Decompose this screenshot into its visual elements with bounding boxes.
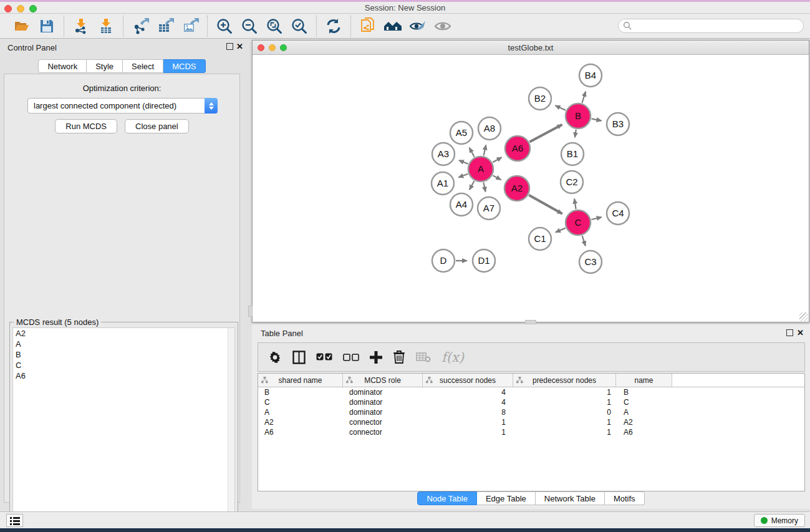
- show-task-history-button[interactable]: [6, 514, 23, 527]
- delete-columns-button[interactable]: [393, 350, 405, 364]
- resize-grip-icon[interactable]: [799, 312, 808, 321]
- create-column-button[interactable]: [370, 351, 382, 364]
- run-mcds-button[interactable]: Run MCDS: [55, 119, 117, 133]
- edge-C-C2[interactable]: [574, 199, 576, 210]
- result-item[interactable]: B: [13, 349, 234, 360]
- export-image-button[interactable]: [180, 16, 201, 36]
- zoom-out-button[interactable]: [239, 16, 260, 36]
- table-row[interactable]: Bdominator41B: [258, 387, 804, 397]
- mcds-result-list[interactable]: A2ABCA6: [12, 327, 235, 532]
- table-close-panel-icon[interactable]: ✕: [797, 328, 804, 337]
- show-graphics-details-button[interactable]: [432, 16, 453, 36]
- edge-A6-B[interactable]: [529, 125, 562, 142]
- hide-graphics-details-button[interactable]: [407, 16, 428, 36]
- cell[interactable]: 4: [423, 387, 513, 397]
- cell[interactable]: 1: [423, 427, 513, 437]
- cell[interactable]: 1: [513, 427, 616, 437]
- cell[interactable]: 1: [513, 417, 616, 427]
- cell[interactable]: B: [258, 387, 343, 397]
- search-field[interactable]: [618, 19, 804, 33]
- node-table[interactable]: shared nameMCDS rolesuccessor nodesprede…: [258, 373, 805, 491]
- result-item[interactable]: A: [13, 339, 234, 349]
- cell[interactable]: 8: [423, 407, 513, 417]
- table-row[interactable]: A6connector11A6: [258, 427, 804, 437]
- edge-A-A7[interactable]: [483, 183, 485, 192]
- edge-A-A2[interactable]: [493, 175, 501, 180]
- cell[interactable]: A2: [616, 417, 672, 427]
- close-panel-icon[interactable]: ✕: [236, 42, 243, 51]
- home-button[interactable]: [382, 16, 403, 36]
- zoom-in-button[interactable]: [214, 16, 235, 36]
- tab-select[interactable]: Select: [123, 59, 163, 73]
- cell[interactable]: A2: [258, 417, 343, 427]
- edge-A-A6[interactable]: [493, 157, 501, 162]
- column-header-successor-nodes[interactable]: successor nodes: [423, 374, 513, 387]
- tab-motifs[interactable]: Motifs: [605, 491, 645, 505]
- result-item[interactable]: A6: [13, 370, 234, 381]
- show-columns-button[interactable]: [292, 351, 306, 364]
- result-item[interactable]: C: [13, 360, 234, 370]
- cell[interactable]: C: [616, 397, 672, 407]
- horizontal-splitter-handle[interactable]: [525, 320, 536, 324]
- zoom-fit-button[interactable]: [264, 16, 285, 36]
- memory-button[interactable]: Memory: [754, 514, 805, 527]
- search-input[interactable]: [632, 21, 803, 32]
- edge-B-B1[interactable]: [575, 130, 576, 138]
- cell[interactable]: A: [616, 407, 672, 417]
- cell[interactable]: dominator: [343, 407, 423, 417]
- vertical-splitter-handle[interactable]: [248, 306, 253, 317]
- cell[interactable]: C: [258, 397, 343, 407]
- criterion-select[interactable]: largest connected component (directed): [27, 98, 218, 114]
- tab-node-table[interactable]: Node Table: [417, 491, 477, 505]
- cell[interactable]: 1: [513, 397, 616, 407]
- zoom-selected-button[interactable]: [289, 16, 310, 36]
- table-row[interactable]: A2connector11A2: [258, 417, 804, 427]
- import-network-button[interactable]: [70, 16, 92, 36]
- edge-A-A3[interactable]: [459, 160, 468, 164]
- edge-A-A5[interactable]: [470, 148, 475, 157]
- cell[interactable]: 4: [423, 397, 513, 407]
- edge-A-A1[interactable]: [458, 174, 468, 178]
- edge-A-A8[interactable]: [484, 145, 486, 155]
- cell[interactable]: B: [616, 387, 672, 397]
- cell[interactable]: connector: [343, 427, 423, 437]
- tab-edge-table[interactable]: Edge Table: [477, 491, 536, 505]
- cell[interactable]: 1: [423, 417, 513, 427]
- tab-network-table[interactable]: Network Table: [536, 491, 605, 505]
- network-from-file-button[interactable]: [357, 16, 378, 36]
- export-table-button[interactable]: [155, 16, 176, 36]
- network-graph[interactable]: B4B2BB3A8A5A6A3B1AA1C2A2A4A7C4CC1DD1C3: [253, 55, 809, 322]
- table-row[interactable]: Cdominator41C: [258, 397, 804, 407]
- tab-style[interactable]: Style: [87, 59, 123, 73]
- cell[interactable]: connector: [343, 417, 423, 427]
- save-session-button[interactable]: [36, 16, 57, 36]
- refresh-view-button[interactable]: [323, 16, 344, 36]
- tab-network[interactable]: Network: [38, 59, 87, 73]
- import-table-button[interactable]: [95, 16, 117, 36]
- edge-C-C4[interactable]: [591, 217, 601, 220]
- deselect-all-button[interactable]: [343, 354, 359, 361]
- column-header-name[interactable]: name: [616, 374, 672, 387]
- edge-B-B3[interactable]: [592, 118, 602, 120]
- column-header-shared-name[interactable]: shared name: [258, 374, 343, 387]
- edge-B-B4[interactable]: [582, 92, 586, 103]
- select-all-button[interactable]: [316, 353, 332, 361]
- edge-A2-C[interactable]: [529, 195, 562, 214]
- edge-C-C3[interactable]: [582, 236, 586, 246]
- result-scrollbar[interactable]: [228, 328, 234, 532]
- cell[interactable]: 1: [513, 387, 616, 397]
- column-header-MCDS-role[interactable]: MCDS role: [343, 374, 423, 387]
- cell[interactable]: A6: [616, 427, 672, 437]
- cell[interactable]: A: [258, 407, 343, 417]
- edge-C-C1[interactable]: [556, 228, 566, 233]
- float-panel-icon[interactable]: [226, 43, 233, 50]
- delete-table-button[interactable]: [416, 352, 431, 362]
- tab-mcds[interactable]: MCDS: [163, 59, 205, 73]
- edge-B-B2[interactable]: [556, 105, 566, 110]
- close-panel-button[interactable]: Close panel: [125, 119, 189, 133]
- cell[interactable]: dominator: [343, 387, 423, 397]
- result-item[interactable]: A2: [13, 328, 234, 339]
- function-builder-button[interactable]: f(x): [441, 350, 464, 365]
- open-session-button[interactable]: [11, 16, 32, 36]
- table-float-panel-icon[interactable]: [786, 329, 793, 336]
